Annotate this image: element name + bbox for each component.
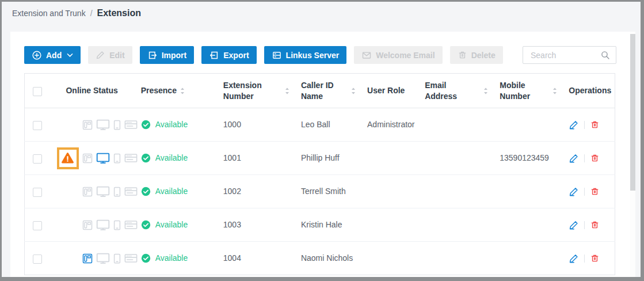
presence-status: Available [141, 153, 212, 163]
sort-icon[interactable] [285, 88, 289, 94]
breadcrumb-separator: / [90, 9, 93, 18]
welcome-email-button-label: Welcome Email [376, 51, 435, 60]
presence-status: Available [141, 119, 212, 130]
mobile-phone-icon [113, 253, 121, 264]
edit-icon[interactable] [569, 220, 579, 230]
plus-circle-icon [32, 50, 42, 60]
web-client-icon [124, 220, 138, 230]
export-button[interactable]: Export [201, 46, 256, 64]
import-button[interactable]: Import [140, 46, 195, 64]
row-checkbox[interactable] [33, 121, 42, 130]
sort-icon[interactable] [351, 88, 356, 94]
delete-icon[interactable] [590, 153, 600, 163]
edit-icon[interactable] [569, 187, 579, 197]
delete-icon[interactable] [590, 220, 600, 230]
online-status-cell [57, 147, 129, 169]
row-checkbox[interactable] [33, 154, 42, 164]
extension-table: Online Status Presence Extension Number … [24, 73, 615, 275]
linkus-server-button-label: Linkus Server [286, 51, 340, 60]
extension-number: 1002 [216, 175, 294, 208]
header-online-status: Online Status [66, 86, 117, 95]
header-operations: Operations [562, 74, 615, 108]
user-role [360, 142, 418, 175]
breadcrumb: Extension and Trunk / Extension [12, 8, 141, 18]
table-row: Available 1000 Leo Ball Administrator [25, 108, 615, 142]
user-role [360, 242, 418, 275]
welcome-email-button: Welcome Email [354, 46, 442, 64]
desk-phone-icon [82, 153, 93, 164]
desktop-monitor-icon [96, 219, 110, 231]
mobile-phone-icon [113, 187, 121, 197]
email-address [418, 175, 493, 208]
import-icon [147, 50, 158, 60]
table-row: Available 1002 Terrell Smith [25, 175, 615, 208]
header-extension-number[interactable]: Extension Number [216, 74, 294, 108]
extension-number: 1000 [216, 108, 294, 142]
vertical-scrollbar[interactable] [630, 32, 635, 277]
trash-icon [458, 50, 467, 60]
edit-icon[interactable] [569, 153, 579, 164]
desk-phone-icon [82, 120, 93, 130]
warning-highlight-box[interactable] [57, 147, 79, 169]
user-role: Administrator [360, 108, 418, 142]
user-role [360, 175, 418, 208]
online-status-cell [57, 248, 129, 269]
export-button-label: Export [223, 51, 249, 60]
table-header-row: Online Status Presence Extension Number … [25, 74, 615, 108]
table-row: Available 1001 Phillip Huff 13590123459 [25, 142, 615, 175]
row-checkbox[interactable] [33, 221, 42, 230]
delete-icon[interactable] [590, 120, 600, 130]
row-checkbox[interactable] [33, 255, 42, 264]
linkus-server-button[interactable]: Linkus Server [264, 46, 347, 64]
sort-icon[interactable] [483, 88, 488, 94]
sort-icon[interactable] [552, 88, 557, 94]
delete-icon[interactable] [590, 187, 600, 196]
desk-phone-icon [82, 187, 93, 197]
desk-phone-icon [82, 253, 93, 264]
header-mobile-number[interactable]: Mobile Number [493, 74, 562, 108]
mobile-number: 13590123459 [493, 142, 562, 175]
online-status-cell [57, 114, 129, 136]
mobile-number [493, 208, 562, 242]
mobile-number [493, 175, 562, 208]
warning-icon[interactable] [61, 151, 74, 165]
online-status-cell [57, 214, 129, 236]
email-address [418, 208, 493, 242]
sort-icon[interactable] [180, 88, 185, 94]
edit-icon[interactable] [569, 253, 579, 264]
online-status-cell [57, 181, 129, 203]
presence-status: Available [141, 219, 212, 230]
delete-button: Delete [450, 46, 503, 64]
delete-icon[interactable] [590, 253, 600, 263]
mobile-number [493, 108, 562, 142]
header-presence[interactable]: Presence [134, 74, 216, 108]
check-circle-icon [141, 120, 151, 130]
server-icon [272, 50, 282, 60]
table-row: Available 1003 Kristin Hale [25, 208, 615, 242]
email-address [418, 142, 493, 175]
select-all-checkbox[interactable] [33, 87, 42, 96]
breadcrumb-parent[interactable]: Extension and Trunk [12, 9, 86, 18]
add-button[interactable]: Add [24, 46, 81, 64]
check-circle-icon [141, 187, 151, 196]
desktop-monitor-icon [96, 186, 110, 198]
scrollbar-thumb[interactable] [630, 34, 635, 191]
web-client-icon [124, 253, 138, 263]
edit-icon[interactable] [569, 120, 579, 130]
header-email-address[interactable]: Email Address [418, 74, 493, 108]
check-circle-icon [141, 253, 151, 263]
extension-number: 1003 [216, 208, 294, 242]
header-caller-id-name[interactable]: Caller ID Name [294, 74, 360, 108]
presence-status: Available [141, 186, 212, 196]
toolbar: Add Edit Import Export Linkus Server [10, 32, 630, 64]
search-input[interactable] [529, 50, 600, 60]
row-checkbox[interactable] [33, 188, 42, 197]
mobile-number [493, 242, 562, 275]
page-title: Extension [97, 8, 141, 18]
caller-id-name: Terrell Smith [294, 175, 360, 208]
caller-id-name: Naomi Nichols [294, 242, 360, 275]
extension-number: 1001 [216, 142, 294, 175]
add-button-label: Add [46, 51, 62, 60]
envelope-icon [361, 50, 372, 60]
caller-id-name: Leo Ball [294, 108, 360, 142]
